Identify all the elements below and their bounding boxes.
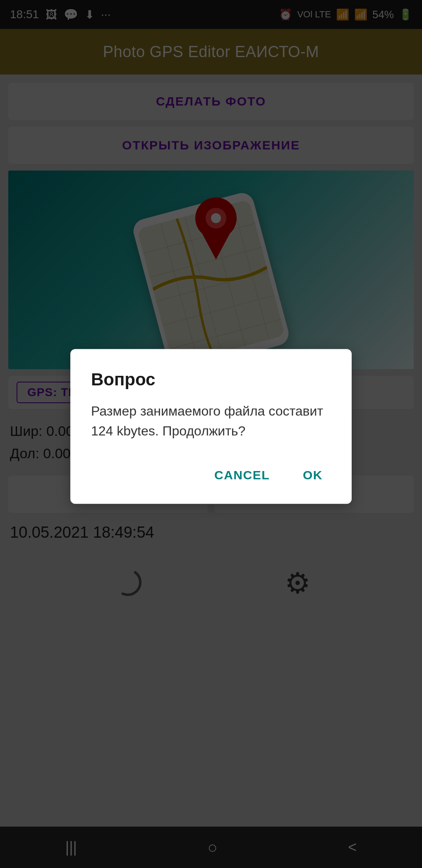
- dialog-buttons: CANCEL OK: [91, 462, 331, 489]
- dialog-ok-button[interactable]: OK: [295, 462, 331, 489]
- dialog-cancel-button[interactable]: CANCEL: [206, 462, 278, 489]
- dialog: Вопрос Размер занимаемого файла составит…: [70, 349, 352, 504]
- dialog-title: Вопрос: [91, 370, 331, 390]
- dialog-overlay: Вопрос Размер занимаемого файла составит…: [0, 0, 422, 868]
- dialog-message: Размер занимаемого файла составит 124 kb…: [91, 401, 331, 441]
